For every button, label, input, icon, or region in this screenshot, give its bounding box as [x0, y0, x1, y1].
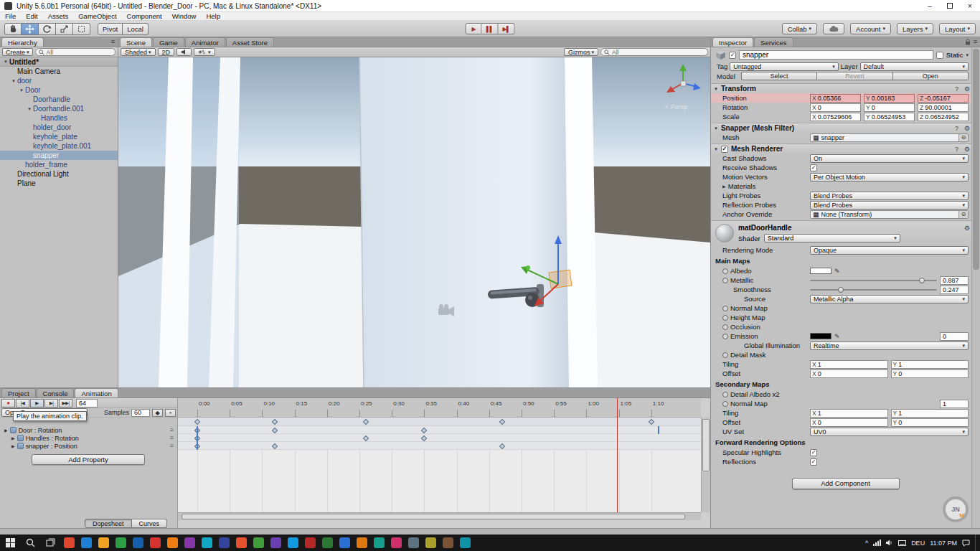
taskbar-app-icon[interactable] — [443, 537, 453, 548]
door-mesh[interactable] — [359, 57, 598, 387]
tab-scene[interactable]: Scene — [120, 37, 152, 47]
hierarchy-item-directional-light[interactable]: Directional Light — [0, 169, 118, 179]
tray-language[interactable]: DEU — [911, 540, 925, 547]
hierarchy-item-main-camera[interactable]: Main Camera — [0, 67, 118, 76]
persp-label[interactable]: < Persp — [665, 103, 687, 110]
inspector-scrollbar[interactable] — [971, 47, 980, 528]
model-select-button[interactable]: Select — [741, 72, 817, 80]
current-frame-field[interactable]: 64 — [76, 399, 98, 408]
menu-help[interactable]: Help — [201, 12, 225, 20]
offset-x-field[interactable]: X0 — [810, 418, 888, 427]
dopesheet-area[interactable] — [178, 418, 701, 512]
create-dropdown[interactable]: Create▾ — [2, 48, 33, 56]
object-picker-icon[interactable]: ⊙ — [958, 211, 968, 218]
transform-scale-z-field[interactable]: Z0.06524952 — [918, 113, 969, 121]
scene-audio-button[interactable] — [176, 48, 192, 56]
component-enabled-checkbox[interactable]: ✓ — [721, 146, 728, 153]
emission-value-field[interactable]: 0 — [940, 332, 969, 341]
foldout-arrow-icon[interactable]: ▶ — [4, 428, 8, 433]
taskbar-app-icon[interactable] — [81, 537, 92, 548]
taskbar-search-button[interactable] — [20, 534, 40, 551]
object-picker-icon[interactable]: ⊙ — [958, 134, 968, 141]
shader-dropdown[interactable]: Standard▾ — [764, 234, 900, 242]
offset-x-field[interactable]: X0 — [810, 369, 888, 378]
tray-clock[interactable]: 11:07 PM — [930, 540, 957, 547]
tiling-x-field[interactable]: X1 — [810, 360, 888, 369]
lock-icon[interactable] — [965, 39, 971, 45]
window-titlebar[interactable]: Unity 5.6.0b1 Personal (64bit) - Untitle… — [0, 0, 980, 12]
animated-property-snapper-position[interactable]: ▶snapper : Position≡ — [0, 442, 176, 450]
notification-center-icon[interactable] — [962, 540, 970, 547]
tiling-y-field[interactable]: Y1 — [891, 360, 969, 369]
menu-file[interactable]: File — [0, 12, 21, 20]
tab-project[interactable]: Project — [1, 388, 36, 397]
animated-property-door-rotation[interactable]: ▶Door : Rotation≡ — [0, 426, 176, 434]
slider-thumb[interactable] — [838, 287, 844, 293]
add-component-button[interactable]: Add Component — [792, 478, 900, 489]
gear-icon[interactable]: ⚙ — [964, 225, 970, 232]
timeline-vertical-scrollbar[interactable] — [701, 418, 710, 512]
property-menu-icon[interactable]: ≡ — [170, 435, 174, 441]
dopesheet-tab[interactable]: Dopesheet — [85, 519, 132, 528]
minimize-button[interactable]: – — [920, 0, 940, 11]
model-open-button[interactable]: Open — [893, 72, 969, 80]
metallic-value-field[interactable]: 0.887 — [940, 276, 969, 285]
samples-field[interactable]: 60 — [131, 409, 150, 417]
texture-slot-icon[interactable] — [722, 334, 728, 339]
menu-edit[interactable]: Edit — [21, 12, 42, 20]
foldout-arrow-icon[interactable]: ▼ — [18, 88, 25, 93]
taskbar-app-icon[interactable] — [167, 537, 178, 548]
cloud-button[interactable] — [823, 23, 844, 34]
component-header-snapper-mesh-filter[interactable]: ▼Snapper (Mesh Filter)?⚙ — [711, 123, 980, 133]
receive-shadows-checkbox[interactable]: ✓ — [810, 164, 817, 171]
material-header[interactable]: matDoorHandle⚙ShaderStandard▾ — [711, 220, 980, 245]
taskbar-app-icon[interactable] — [322, 537, 333, 548]
taskbar-app-icon[interactable] — [133, 537, 143, 548]
foldout-arrow-icon[interactable]: ▶ — [722, 184, 726, 189]
taskbar-app-icon[interactable] — [150, 537, 161, 548]
taskbar-app-icon[interactable] — [270, 537, 281, 548]
local-toggle-button[interactable]: Local — [123, 23, 149, 35]
taskbar-app-icon[interactable] — [408, 537, 419, 548]
foldout-arrow-icon[interactable]: ▼ — [2, 60, 9, 64]
foldout-arrow-icon[interactable]: ▼ — [714, 147, 718, 151]
animated-property-handles-rotation[interactable]: ▶Handles : Rotation≡ — [0, 434, 176, 442]
tab-console[interactable]: Console — [37, 388, 75, 397]
color-picker-icon[interactable]: ✎ — [834, 333, 840, 340]
taskbar-app-icon[interactable] — [460, 537, 471, 548]
2d-toggle-button[interactable]: 2D — [158, 48, 175, 56]
tab-animator[interactable]: Animator — [185, 37, 225, 47]
gameobject-name-field[interactable]: snapper — [739, 50, 933, 60]
help-icon[interactable]: ? — [955, 125, 958, 132]
collab-button[interactable]: Collab▾ — [782, 23, 817, 34]
transform-rotation-y-field[interactable]: Y0 — [864, 103, 915, 112]
smoothness-value-field[interactable]: 0.247 — [940, 286, 969, 294]
dopesheet-track-handles-rotation[interactable] — [178, 434, 701, 442]
network-icon[interactable] — [873, 540, 881, 546]
texture-slot-icon[interactable] — [722, 278, 728, 283]
foldout-arrow-icon[interactable]: ▼ — [714, 87, 718, 91]
static-checkbox[interactable] — [936, 52, 943, 59]
gear-icon[interactable]: ⚙ — [964, 125, 970, 132]
move-tool-button[interactable] — [22, 23, 39, 35]
scene-effects-button[interactable]: ▾ — [194, 48, 215, 56]
account-button[interactable]: Account▾ — [850, 23, 891, 34]
foldout-arrow-icon[interactable]: ▼ — [26, 107, 33, 111]
component-header-mesh-renderer[interactable]: ▼✓Mesh Renderer?⚙ — [711, 143, 980, 154]
light-probes-dropdown[interactable]: Blend Probes▾ — [810, 192, 969, 200]
normal-map-value-field[interactable]: 1 — [940, 400, 969, 408]
playhead-line[interactable] — [617, 398, 618, 512]
curves-tab[interactable]: Curves — [132, 519, 168, 528]
taskbar-app-icon[interactable] — [116, 537, 126, 548]
hand-tool-button[interactable] — [4, 23, 22, 35]
color-picker-icon[interactable]: ✎ — [834, 268, 840, 275]
taskbar-app-icon[interactable] — [184, 537, 195, 548]
scrollbar-thumb[interactable] — [182, 514, 685, 519]
taskbar-app-icon[interactable] — [253, 537, 264, 548]
first-key-button[interactable]: |◀ — [16, 399, 29, 408]
hierarchy-item-plane[interactable]: Plane — [0, 179, 118, 188]
reflection-probes-dropdown[interactable]: Blend Probes▾ — [810, 201, 969, 209]
taskbar-app-icon[interactable] — [236, 537, 247, 548]
rendering-mode-dropdown[interactable]: Opaque▾ — [810, 246, 969, 255]
foldout-arrow-icon[interactable]: ▼ — [10, 79, 17, 83]
